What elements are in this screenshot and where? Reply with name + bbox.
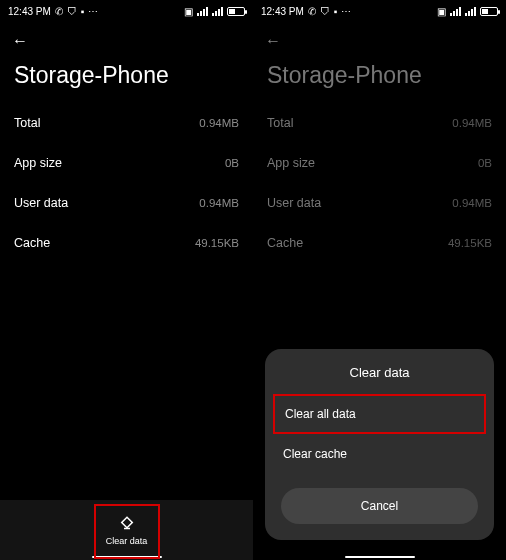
cast-icon: ▣ (184, 6, 193, 17)
row-value: 0.94MB (199, 117, 239, 129)
status-time: 12:43 PM (8, 6, 51, 17)
row-value: 49.15KB (448, 237, 492, 249)
row-user-data: User data 0.94MB (267, 183, 492, 223)
row-label: Cache (14, 236, 50, 250)
row-app-size: App size 0B (267, 143, 492, 183)
whatsapp-icon: ✆ (308, 6, 316, 17)
row-label: Total (267, 116, 293, 130)
row-value: 0.94MB (199, 197, 239, 209)
shield-icon: ⛉ (320, 6, 330, 17)
row-app-size: App size 0B (14, 143, 239, 183)
page-title: Storage-Phone (253, 56, 506, 103)
row-user-data: User data 0.94MB (14, 183, 239, 223)
cast-icon: ▣ (437, 6, 446, 17)
battery-icon (227, 7, 245, 16)
signal-icon (465, 7, 476, 16)
nav-indicator (92, 556, 162, 558)
row-label: Total (14, 116, 40, 130)
back-arrow-icon[interactable]: ← (12, 32, 28, 50)
battery-icon (480, 7, 498, 16)
bottom-bar: Clear data (0, 500, 253, 560)
sheet-title: Clear data (265, 365, 494, 394)
clear-all-data-option[interactable]: Clear all data (273, 394, 486, 434)
nav-indicator (345, 556, 415, 558)
row-value: 0B (478, 157, 492, 169)
cancel-button[interactable]: Cancel (281, 488, 478, 524)
more-icon: ⋯ (341, 6, 351, 17)
clear-data-button[interactable]: Clear data (106, 515, 148, 546)
clear-icon (118, 515, 136, 533)
shield-icon: ⛉ (67, 6, 77, 17)
row-label: Cache (267, 236, 303, 250)
row-total: Total 0.94MB (14, 103, 239, 143)
row-label: App size (267, 156, 315, 170)
row-value: 49.15KB (195, 237, 239, 249)
row-value: 0.94MB (452, 197, 492, 209)
whatsapp-icon: ✆ (55, 6, 63, 17)
clear-data-label: Clear data (106, 536, 148, 546)
lock-icon: ▪ (334, 6, 338, 17)
signal-icon (212, 7, 223, 16)
row-label: App size (14, 156, 62, 170)
row-cache: Cache 49.15KB (267, 223, 492, 263)
screen-left: 12:43 PM ✆ ⛉ ▪ ⋯ ▣ ← Storage-Phone Total… (0, 0, 253, 560)
signal-icon (197, 7, 208, 16)
back-arrow-icon[interactable]: ← (265, 32, 281, 50)
svg-rect-0 (121, 517, 132, 528)
clear-cache-option[interactable]: Clear cache (265, 434, 494, 474)
status-time: 12:43 PM (261, 6, 304, 17)
signal-icon (450, 7, 461, 16)
row-total: Total 0.94MB (267, 103, 492, 143)
page-title: Storage-Phone (0, 56, 253, 103)
status-bar: 12:43 PM ✆ ⛉ ▪ ⋯ ▣ (0, 0, 253, 22)
row-value: 0B (225, 157, 239, 169)
action-sheet: Clear data Clear all data Clear cache Ca… (265, 349, 494, 540)
row-value: 0.94MB (452, 117, 492, 129)
more-icon: ⋯ (88, 6, 98, 17)
screen-right: 12:43 PM ✆ ⛉ ▪ ⋯ ▣ ← Storage-Phone Total… (253, 0, 506, 560)
row-label: User data (267, 196, 321, 210)
status-bar: 12:43 PM ✆ ⛉ ▪ ⋯ ▣ (253, 0, 506, 22)
lock-icon: ▪ (81, 6, 85, 17)
row-label: User data (14, 196, 68, 210)
row-cache: Cache 49.15KB (14, 223, 239, 263)
